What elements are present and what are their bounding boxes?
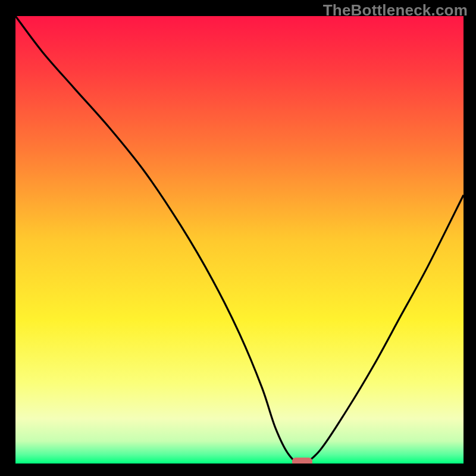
optimum-marker <box>292 458 312 466</box>
chart-canvas <box>0 0 476 476</box>
plot-background <box>15 16 464 464</box>
watermark-text: TheBottleneck.com <box>323 1 468 20</box>
